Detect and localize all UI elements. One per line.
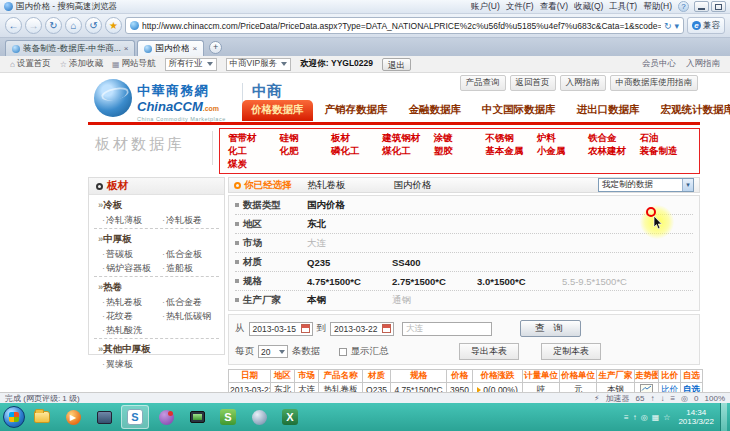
filter-value[interactable]: SS400 [392, 257, 477, 268]
new-tab-button[interactable]: + [209, 41, 222, 54]
zoom-level[interactable]: 100% [705, 394, 725, 403]
addr-dropdown-icon[interactable]: ▾ [674, 21, 679, 31]
cat-link-coal-chemical[interactable]: 煤化工 [382, 145, 433, 158]
taskbar-video-player[interactable] [152, 405, 180, 429]
sidebar-item[interactable]: 低合金卷 [162, 296, 219, 309]
show-summary-checkbox[interactable] [339, 348, 347, 356]
cat-link-base-metals[interactable]: 基本金属 [485, 145, 536, 158]
cat-link-minor-metals[interactable]: 小金属 [537, 145, 588, 158]
upload-icon[interactable]: ↑ [650, 394, 654, 403]
addr-refresh-icon[interactable]: ↻ [664, 21, 672, 31]
sidebar-item[interactable]: 冷轧板卷 [162, 214, 219, 227]
refresh-icon[interactable]: ↻ [45, 17, 62, 34]
download-icon[interactable]: ↓ [660, 394, 664, 403]
help-icon[interactable]: ? [678, 1, 689, 12]
sidebar-item[interactable]: 翼缘板 [102, 358, 162, 371]
filter-value[interactable]: 4.75*1500*C [307, 276, 392, 287]
tray-eye-icon[interactable]: ◎ [641, 413, 648, 422]
group-label-other-plate[interactable]: 其他中厚板 [94, 341, 219, 358]
cat-link-equipment[interactable]: 装备制造 [640, 145, 691, 158]
taskbar-folder[interactable] [28, 405, 56, 429]
sidebar-item[interactable]: 造船板 [162, 262, 219, 275]
back-home-button[interactable]: 返回首页 [510, 75, 556, 91]
set-home-link[interactable]: ⌂ 设置首页 [10, 58, 51, 70]
taskbar-clock[interactable]: 14:34 2013/3/22 [678, 408, 714, 426]
tray-grid-icon[interactable]: ▦ [652, 413, 660, 422]
minimize-button[interactable] [694, 1, 709, 12]
back-icon[interactable]: ← [5, 17, 22, 34]
tab-finance-db[interactable]: 金融数据库 [400, 100, 471, 121]
cat-link-coated[interactable]: 涂镀 [434, 132, 485, 145]
sidebar-item[interactable]: 热轧酸洗 [102, 324, 162, 337]
filter-value[interactable]: Q235 [307, 257, 392, 268]
shield-count[interactable]: 0 [694, 394, 698, 403]
taskbar-screen-tool[interactable] [183, 405, 211, 429]
export-table-button[interactable]: 导出本表 [459, 343, 519, 360]
start-button[interactable] [3, 406, 25, 428]
tab-price-db[interactable]: 价格数据库 [242, 100, 313, 121]
filter-value[interactable]: 3.0*1500*C [477, 276, 562, 287]
tray-list-icon[interactable]: ≡ [624, 413, 629, 422]
customize-table-button[interactable]: 定制本表 [541, 343, 601, 360]
accelerator-icon[interactable]: ⚡ [594, 394, 600, 403]
filter-value[interactable]: 5.5-9.5*1500*C [562, 276, 647, 287]
group-label-medium-plate[interactable]: 中厚板 [94, 231, 219, 248]
calendar-icon[interactable] [301, 324, 310, 333]
product-query-button[interactable]: 产品查询 [460, 75, 506, 91]
url-text[interactable]: http://www.chinaccm.com/PriceData/PriceD… [142, 21, 661, 31]
restore-button[interactable] [711, 1, 726, 12]
cat-link-chemical[interactable]: 化工 [228, 145, 279, 158]
forward-icon[interactable]: → [25, 17, 42, 34]
menu-help[interactable]: 帮助(H) [643, 1, 672, 13]
taskbar-media-player[interactable]: ▶ [59, 405, 87, 429]
sidebar-item[interactable]: 普碳板 [102, 248, 162, 261]
accelerator-label[interactable]: 加速器 [606, 393, 630, 404]
filter-value[interactable]: 东北 [307, 218, 392, 231]
cat-link-pipe-strip[interactable]: 管带材 [228, 132, 279, 145]
filter-value[interactable]: 2.75*1500*C [392, 276, 477, 287]
cat-link-coal[interactable]: 煤炭 [228, 158, 279, 171]
menu-favorites[interactable]: 收藏(Q) [574, 1, 603, 13]
query-button[interactable]: 查 询 [520, 320, 581, 337]
per-page-select[interactable]: 20 [258, 345, 288, 358]
menu-tools[interactable]: 工具(T) [609, 1, 637, 13]
address-bar[interactable]: http://www.chinaccm.com/PriceData/PriceD… [125, 17, 684, 34]
taskbar-app-window[interactable] [90, 405, 118, 429]
eye-icon[interactable]: ◎ [681, 394, 688, 403]
tab-intl-db[interactable]: 中文国际数据库 [473, 100, 565, 121]
cat-link-ferroalloy[interactable]: 铁合金 [588, 132, 639, 145]
show-desktop-button[interactable] [720, 403, 727, 431]
vip-service-select[interactable]: 中商VIP服务 [226, 58, 292, 71]
my-dataset-select[interactable]: 我定制的数据 ▾ [598, 178, 694, 192]
sidebar-item[interactable]: 冷轧薄板 [102, 214, 162, 227]
list-icon[interactable]: ≡ [670, 394, 675, 403]
favorite-star-icon[interactable]: ★ [105, 17, 122, 34]
cat-link-plate[interactable]: 板材 [331, 132, 382, 145]
taskbar-excel[interactable]: X [276, 405, 304, 429]
cat-link-silicon-steel[interactable]: 硅钢 [279, 132, 330, 145]
site-nav-link[interactable]: ▦ 网站导航 [112, 58, 156, 70]
tab-close-icon[interactable]: × [124, 44, 129, 53]
tab-close-icon[interactable]: × [192, 44, 197, 53]
tab-macro-stats-db[interactable]: 宏观统计数据库 [652, 100, 730, 121]
cat-link-plastics[interactable]: 塑胶 [434, 145, 485, 158]
tab-supply-db[interactable]: 产销存数据库 [316, 100, 397, 121]
tab-domestic-price[interactable]: 国内价格 × [137, 40, 204, 56]
taskbar-sogou-browser[interactable]: S [121, 405, 149, 429]
menu-account[interactable]: 账户(U) [471, 1, 500, 13]
filter-value[interactable]: 大连 [307, 237, 392, 250]
member-center-link[interactable]: 会员中心 [642, 58, 676, 70]
filter-value[interactable]: 通钢 [392, 294, 477, 307]
logout-button[interactable]: 退出 [382, 58, 411, 71]
cat-link-furnace[interactable]: 炉料 [537, 132, 588, 145]
cat-link-building-materials[interactable]: 农林建材 [588, 145, 639, 158]
db-manual-button[interactable]: 中商数据库使用指南 [610, 75, 699, 91]
sidebar-item[interactable]: 花纹卷 [102, 310, 162, 323]
sidebar-item[interactable]: 锅炉容器板 [102, 262, 162, 275]
join-guide-link[interactable]: 入网指南 [686, 58, 720, 70]
undo-icon[interactable]: ↺ [85, 17, 102, 34]
taskbar-globe-app[interactable] [245, 405, 273, 429]
sidebar-item[interactable]: 热轧卷板 [102, 296, 162, 309]
cat-link-stainless[interactable]: 不锈钢 [485, 132, 536, 145]
tab-import-export-db[interactable]: 进出口数据库 [568, 100, 649, 121]
